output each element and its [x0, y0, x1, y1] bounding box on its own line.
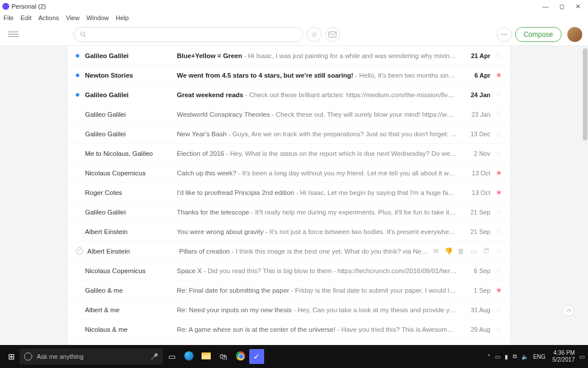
menu-view[interactable]: View	[66, 14, 80, 21]
taskbar-app-explorer[interactable]	[198, 352, 215, 361]
menu-help[interactable]: Help	[116, 14, 129, 21]
tray-volume-icon[interactable]: 🔈	[521, 354, 528, 360]
email-row[interactable]: Newton StoriesWe went from 4.5 stars to …	[68, 66, 510, 85]
email-subject: I'd like to proofread Principia 2nd edit…	[177, 189, 294, 196]
email-row[interactable]: Galileo GalileiGreat weekend reads - Che…	[68, 85, 510, 105]
scrollbar-thumb[interactable]	[583, 48, 587, 140]
email-row[interactable]: Roger CotesI'd like to proofread Princip…	[68, 183, 510, 202]
star-button[interactable]: ☆	[494, 305, 504, 314]
mark-read-icon[interactable]: ✉	[432, 247, 440, 255]
tray-network-icon[interactable]: ▮	[505, 354, 508, 360]
system-tray[interactable]: ˄ ▭ ▮ ⧉ 🔈 ENG 4:36 PM 5/2/2017 ▭	[488, 350, 585, 363]
account-avatar[interactable]	[567, 27, 582, 42]
taskbar-clock[interactable]: 4:36 PM 5/2/2017	[552, 350, 575, 363]
email-preview: - It's not just a force between two bodi…	[264, 228, 457, 235]
taskbar-app-chrome[interactable]	[232, 351, 249, 362]
email-sender: Newton Stories	[85, 72, 177, 79]
dislike-icon[interactable]: 👎	[444, 247, 452, 255]
tray-wifi-icon[interactable]: ⧉	[513, 353, 517, 360]
star-button[interactable]: ★	[494, 188, 504, 197]
email-sender: Roger Cotes	[85, 189, 177, 196]
email-date: 6 Sep	[462, 267, 490, 274]
menu-edit[interactable]: Edit	[21, 14, 32, 21]
taskbar-app-store[interactable]: 🛍	[215, 352, 232, 361]
star-button[interactable]: ☆	[494, 90, 504, 99]
email-row[interactable]: Galileo GalileiBlue+Yellow = Green - Hi …	[68, 46, 510, 66]
star-button[interactable]: ☆	[494, 266, 504, 275]
unread-dot	[76, 210, 79, 214]
email-subject: Westworld Conspiracy Theories	[177, 111, 270, 118]
search-input[interactable]	[87, 30, 297, 39]
archive-icon[interactable]: ▭	[470, 247, 478, 255]
star-button[interactable]: ★	[494, 71, 504, 79]
email-row[interactable]: Me to Nicolaus, GalileoElection of 2016 …	[68, 144, 510, 163]
menu-actions[interactable]: Actions	[38, 14, 59, 21]
email-sender: Galileo Galilei	[85, 91, 177, 98]
mic-icon[interactable]: 🎤	[150, 353, 158, 361]
email-subject: Great weekend reads	[177, 91, 243, 98]
unread-dot	[76, 269, 79, 273]
tray-battery-icon[interactable]: ▭	[495, 354, 500, 360]
hamburger-menu-button[interactable]	[6, 28, 22, 41]
close-button[interactable]: ✕	[570, 3, 586, 10]
tray-chevron-icon[interactable]: ˄	[488, 354, 490, 360]
svg-rect-2	[329, 32, 336, 37]
email-row[interactable]: Nicolaus & meRe: A game where sun is at …	[68, 320, 510, 339]
email-preview: - Hello, It's been two months since we m…	[353, 72, 457, 79]
star-button[interactable]: ☆	[494, 325, 504, 334]
email-summary: Catch up this week? - It's been a long d…	[177, 170, 457, 177]
compose-button[interactable]: Compose	[515, 27, 562, 42]
email-row[interactable]: Albert EinsteinPillars of creation - I t…	[68, 241, 510, 261]
email-row[interactable]: Galileo GalileiThanks for the telescope …	[68, 202, 510, 222]
start-button[interactable]: ⊞	[3, 352, 20, 361]
task-view-button[interactable]: ▭	[163, 352, 180, 361]
menu-file[interactable]: File	[3, 14, 14, 21]
mail-icon	[328, 31, 336, 38]
email-row[interactable]: Albert EinsteinYou were wrong about grav…	[68, 222, 510, 241]
email-row[interactable]: Galileo GalileiNew Year's Bash - Guys, A…	[68, 124, 510, 144]
star-button[interactable]: ☆	[494, 110, 504, 118]
star-button[interactable]: ☆	[494, 51, 504, 60]
select-checkbox[interactable]	[76, 247, 83, 255]
star-button[interactable]: ☆	[494, 247, 504, 255]
snooze-icon[interactable]: ⏱	[482, 247, 490, 255]
email-row[interactable]: Nicolaus CopernicusCatch up this week? -…	[68, 163, 510, 183]
more-button[interactable]: ⋯	[497, 27, 512, 42]
minimize-button[interactable]: —	[537, 3, 554, 10]
email-row[interactable]: Galileo GalileiWestworld Conspiracy Theo…	[68, 105, 510, 124]
cortana-search[interactable]: Ask me anything 🎤	[20, 348, 163, 365]
star-filter-button[interactable]: ☆	[307, 27, 322, 42]
email-date: 1 Sep	[462, 287, 490, 294]
tray-language[interactable]: ENG	[533, 354, 546, 360]
menu-window[interactable]: Window	[86, 14, 109, 21]
email-summary: Re: A game where sun is at the center of…	[177, 326, 457, 333]
sync-button[interactable]: ⟳	[563, 305, 574, 316]
search-box[interactable]	[74, 27, 303, 42]
star-button[interactable]: ☆	[494, 149, 504, 158]
star-button[interactable]: ☆	[494, 208, 504, 216]
taskbar-app-edge[interactable]	[180, 351, 198, 362]
unread-filter-button[interactable]	[325, 27, 340, 42]
taskbar-app-newton[interactable]: ✓	[249, 349, 264, 364]
email-subject: New Year's Bash	[177, 131, 227, 137]
delete-icon[interactable]: 🗑	[457, 247, 465, 255]
star-button[interactable]: ☆	[494, 129, 504, 138]
scrollbar[interactable]	[582, 46, 588, 368]
star-button[interactable]: ☆	[494, 227, 504, 236]
clock-date: 5/2/2017	[552, 356, 575, 363]
clock-time: 4:36 PM	[552, 350, 575, 356]
email-summary: You were wrong about gravity - It's not …	[177, 228, 457, 235]
email-row[interactable]: Albert & meRe: Need your inputs on my ne…	[68, 300, 510, 320]
star-button[interactable]: ★	[494, 168, 504, 177]
menu-bar: File Edit Actions View Window Help	[0, 13, 588, 23]
maximize-button[interactable]: ◻	[554, 3, 570, 10]
unread-dot	[76, 152, 79, 155]
action-center-button[interactable]: ▭	[579, 354, 585, 360]
star-button[interactable]: ★	[494, 286, 504, 294]
unread-dot	[76, 93, 79, 97]
email-subject: Pillars of creation	[179, 248, 230, 255]
unread-dot	[76, 191, 79, 194]
email-row[interactable]: Nicolaus CopernicusSpace X - Did you rea…	[68, 261, 510, 281]
email-row[interactable]: Galileo & meRe: Final date for submittin…	[68, 281, 510, 300]
window-titlebar: Personal (2) — ◻ ✕	[0, 0, 588, 13]
